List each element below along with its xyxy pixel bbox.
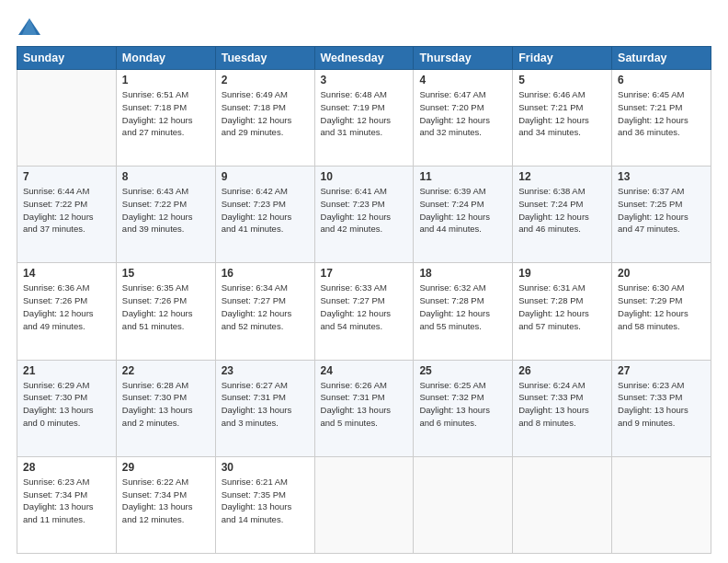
calendar-cell [414,456,513,553]
day-number: 25 [419,364,506,377]
calendar-week-3: 14Sunrise: 6:36 AM Sunset: 7:26 PM Dayli… [17,263,711,360]
day-number: 29 [122,461,210,474]
calendar-cell: 1Sunrise: 6:51 AM Sunset: 7:18 PM Daylig… [116,70,215,167]
day-number: 9 [222,170,309,183]
calendar-cell: 10Sunrise: 6:41 AM Sunset: 7:23 PM Dayli… [314,167,414,263]
day-info: Sunrise: 6:35 AM Sunset: 7:26 PM Dayligh… [122,282,210,332]
day-info: Sunrise: 6:23 AM Sunset: 7:34 PM Dayligh… [23,476,110,526]
calendar-cell: 19Sunrise: 6:31 AM Sunset: 7:28 PM Dayli… [513,263,612,360]
day-info: Sunrise: 6:42 AM Sunset: 7:23 PM Dayligh… [222,185,309,236]
day-number: 1 [122,74,210,86]
day-number: 18 [419,267,506,280]
day-info: Sunrise: 6:37 AM Sunset: 7:25 PM Dayligh… [618,185,705,236]
day-info: Sunrise: 6:38 AM Sunset: 7:24 PM Dayligh… [518,185,606,236]
calendar-table: SundayMondayTuesdayWednesdayThursdayFrid… [17,46,711,554]
calendar-cell: 14Sunrise: 6:36 AM Sunset: 7:26 PM Dayli… [17,263,117,360]
day-info: Sunrise: 6:51 AM Sunset: 7:18 PM Dayligh… [122,88,210,139]
day-info: Sunrise: 6:21 AM Sunset: 7:35 PM Dayligh… [222,476,309,526]
calendar-cell: 16Sunrise: 6:34 AM Sunset: 7:27 PM Dayli… [215,263,314,360]
calendar-cell: 22Sunrise: 6:28 AM Sunset: 7:30 PM Dayli… [116,360,215,456]
calendar-cell: 3Sunrise: 6:48 AM Sunset: 7:19 PM Daylig… [314,70,414,167]
day-number: 16 [222,267,309,280]
calendar-cell [314,456,414,553]
day-info: Sunrise: 6:32 AM Sunset: 7:28 PM Dayligh… [419,282,506,332]
day-number: 19 [518,267,606,280]
calendar-cell: 18Sunrise: 6:32 AM Sunset: 7:28 PM Dayli… [414,263,513,360]
day-number: 24 [321,364,408,377]
day-info: Sunrise: 6:34 AM Sunset: 7:27 PM Dayligh… [222,282,309,332]
weekday-header-row: SundayMondayTuesdayWednesdayThursdayFrid… [17,47,711,70]
weekday-header-sunday: Sunday [17,47,117,70]
day-info: Sunrise: 6:41 AM Sunset: 7:23 PM Dayligh… [321,185,408,236]
day-number: 27 [618,364,705,377]
weekday-header-wednesday: Wednesday [314,47,414,70]
logo-icon [17,17,42,37]
calendar-cell: 23Sunrise: 6:27 AM Sunset: 7:31 PM Dayli… [215,360,314,456]
calendar-week-1: 1Sunrise: 6:51 AM Sunset: 7:18 PM Daylig… [17,70,711,167]
calendar-cell [612,456,711,553]
day-info: Sunrise: 6:43 AM Sunset: 7:22 PM Dayligh… [122,185,210,236]
day-number: 22 [122,364,210,377]
page: SundayMondayTuesdayWednesdayThursdayFrid… [0,0,728,563]
day-info: Sunrise: 6:45 AM Sunset: 7:21 PM Dayligh… [618,88,705,139]
calendar-cell: 8Sunrise: 6:43 AM Sunset: 7:22 PM Daylig… [116,167,215,263]
day-number: 28 [23,461,110,474]
calendar-cell: 21Sunrise: 6:29 AM Sunset: 7:30 PM Dayli… [17,360,117,456]
day-number: 4 [419,74,506,86]
day-info: Sunrise: 6:31 AM Sunset: 7:28 PM Dayligh… [518,282,606,332]
calendar-week-2: 7Sunrise: 6:44 AM Sunset: 7:22 PM Daylig… [17,167,711,263]
calendar-cell: 11Sunrise: 6:39 AM Sunset: 7:24 PM Dayli… [414,167,513,263]
calendar-cell: 2Sunrise: 6:49 AM Sunset: 7:18 PM Daylig… [215,70,314,167]
day-number: 30 [222,461,309,474]
calendar-week-5: 28Sunrise: 6:23 AM Sunset: 7:34 PM Dayli… [17,456,711,553]
calendar-cell: 30Sunrise: 6:21 AM Sunset: 7:35 PM Dayli… [215,456,314,553]
calendar-cell [17,70,117,167]
day-number: 2 [222,74,309,86]
calendar-cell: 7Sunrise: 6:44 AM Sunset: 7:22 PM Daylig… [17,167,117,263]
day-info: Sunrise: 6:48 AM Sunset: 7:19 PM Dayligh… [321,88,408,139]
day-number: 3 [321,74,408,86]
calendar-cell: 6Sunrise: 6:45 AM Sunset: 7:21 PM Daylig… [612,70,711,167]
day-info: Sunrise: 6:36 AM Sunset: 7:26 PM Dayligh… [23,282,110,332]
day-number: 21 [23,364,110,377]
day-info: Sunrise: 6:49 AM Sunset: 7:18 PM Dayligh… [222,88,309,139]
weekday-header-thursday: Thursday [414,47,513,70]
calendar-cell: 25Sunrise: 6:25 AM Sunset: 7:32 PM Dayli… [414,360,513,456]
calendar-cell: 27Sunrise: 6:23 AM Sunset: 7:33 PM Dayli… [612,360,711,456]
day-info: Sunrise: 6:44 AM Sunset: 7:22 PM Dayligh… [23,185,110,236]
calendar-cell: 26Sunrise: 6:24 AM Sunset: 7:33 PM Dayli… [513,360,612,456]
day-number: 7 [23,170,110,183]
day-number: 26 [518,364,606,377]
day-number: 6 [618,74,705,86]
day-number: 13 [618,170,705,183]
day-number: 14 [23,267,110,280]
day-number: 11 [419,170,506,183]
calendar-cell: 4Sunrise: 6:47 AM Sunset: 7:20 PM Daylig… [414,70,513,167]
weekday-header-saturday: Saturday [612,47,711,70]
day-number: 20 [618,267,705,280]
day-number: 17 [321,267,408,280]
day-number: 5 [518,74,606,86]
day-number: 15 [122,267,210,280]
day-info: Sunrise: 6:30 AM Sunset: 7:29 PM Dayligh… [618,282,705,332]
calendar-cell: 13Sunrise: 6:37 AM Sunset: 7:25 PM Dayli… [612,167,711,263]
day-info: Sunrise: 6:27 AM Sunset: 7:31 PM Dayligh… [222,379,309,430]
day-info: Sunrise: 6:29 AM Sunset: 7:30 PM Dayligh… [23,379,110,430]
day-number: 8 [122,170,210,183]
weekday-header-monday: Monday [116,47,215,70]
weekday-header-friday: Friday [513,47,612,70]
calendar-cell: 24Sunrise: 6:26 AM Sunset: 7:31 PM Dayli… [314,360,414,456]
calendar-cell: 5Sunrise: 6:46 AM Sunset: 7:21 PM Daylig… [513,70,612,167]
day-info: Sunrise: 6:46 AM Sunset: 7:21 PM Dayligh… [518,88,606,139]
calendar-cell: 29Sunrise: 6:22 AM Sunset: 7:34 PM Dayli… [116,456,215,553]
calendar-cell: 28Sunrise: 6:23 AM Sunset: 7:34 PM Dayli… [17,456,117,553]
day-number: 12 [518,170,606,183]
day-info: Sunrise: 6:39 AM Sunset: 7:24 PM Dayligh… [419,185,506,236]
day-info: Sunrise: 6:22 AM Sunset: 7:34 PM Dayligh… [122,476,210,526]
weekday-header-tuesday: Tuesday [215,47,314,70]
logo [17,17,46,37]
day-info: Sunrise: 6:25 AM Sunset: 7:32 PM Dayligh… [419,379,506,430]
day-info: Sunrise: 6:23 AM Sunset: 7:33 PM Dayligh… [618,379,705,430]
calendar-cell: 17Sunrise: 6:33 AM Sunset: 7:27 PM Dayli… [314,263,414,360]
calendar-cell: 15Sunrise: 6:35 AM Sunset: 7:26 PM Dayli… [116,263,215,360]
